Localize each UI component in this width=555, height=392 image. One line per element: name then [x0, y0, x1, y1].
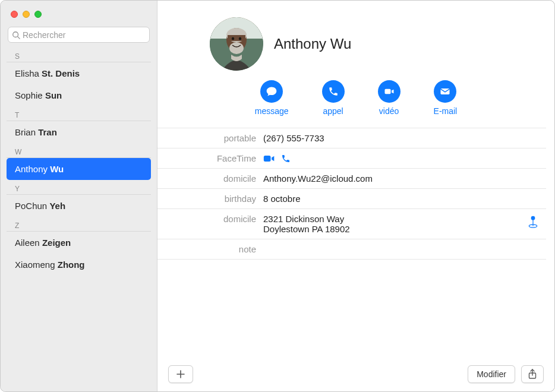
note-value[interactable] — [263, 244, 540, 254]
contact-first-name: Anthony — [15, 164, 50, 174]
address-label: domicile — [157, 214, 263, 234]
contact-last-name: Wu — [50, 164, 64, 174]
contact-name: Anthony Wu — [274, 36, 351, 52]
section-header: T — [7, 106, 151, 121]
contact-detail: Anthony Wu message appel — [157, 1, 554, 391]
svg-point-16 — [531, 216, 535, 220]
footer-toolbar: Modifier — [157, 357, 554, 391]
video-icon — [383, 86, 395, 97]
section-header: Z — [7, 217, 151, 232]
video-action[interactable]: vidéo — [378, 80, 401, 116]
facetime-audio-icon[interactable] — [281, 154, 291, 163]
video-label: vidéo — [379, 106, 399, 116]
close-window-button[interactable] — [11, 11, 18, 18]
minimize-window-button[interactable] — [23, 11, 30, 18]
avatar[interactable] — [210, 17, 263, 71]
contact-list-item[interactable]: PoChun Yeh — [7, 195, 151, 217]
email-action[interactable]: E-mail — [434, 80, 458, 116]
quick-actions: message appel vidéo — [157, 75, 554, 128]
contact-last-name: Zeigen — [42, 238, 71, 248]
phone-row: portable (267) 555-7733 — [157, 128, 546, 148]
contact-first-name: Sophie — [15, 90, 45, 100]
address-value[interactable]: 2321 Dickinson Way Doylestown PA 18902 — [263, 214, 540, 234]
svg-point-10 — [239, 37, 241, 40]
plus-icon — [176, 369, 185, 379]
phone-label: portable — [157, 133, 263, 143]
phone-value[interactable]: (267) 555-7733 — [263, 133, 540, 143]
contact-fields: portable (267) 555-7733 FaceTime domicil… — [157, 128, 554, 260]
svg-rect-7 — [228, 35, 245, 41]
message-icon — [266, 86, 278, 97]
message-label: message — [255, 106, 289, 116]
section-header: W — [7, 143, 151, 158]
contact-list-item[interactable]: Xiaomeng Zhong — [7, 254, 151, 276]
edit-button[interactable]: Modifier — [468, 365, 515, 383]
contact-last-name: Tran — [38, 127, 57, 137]
contact-first-name: Brian — [15, 127, 38, 137]
zoom-window-button[interactable] — [34, 11, 42, 18]
facetime-video-icon[interactable] — [263, 154, 275, 163]
svg-point-9 — [232, 37, 234, 40]
window-controls — [11, 11, 42, 18]
map-pin-icon[interactable] — [527, 215, 539, 228]
svg-line-1 — [18, 36, 20, 39]
share-button[interactable] — [521, 365, 544, 383]
facetime-row: FaceTime — [157, 148, 546, 168]
contact-last-name: St. Denis — [42, 68, 80, 78]
svg-rect-13 — [264, 156, 271, 162]
sidebar: SElisha St. DenisSophie SunTBrian TranWA… — [1, 1, 157, 391]
email-value[interactable]: Anthony.Wu22@icloud.com — [263, 173, 540, 184]
search-icon — [12, 31, 20, 39]
contact-list-item[interactable]: Aileen Zeigen — [7, 232, 151, 254]
call-label: appel — [323, 106, 343, 116]
section-header: Y — [7, 180, 151, 195]
share-icon — [528, 369, 537, 380]
contact-header: Anthony Wu — [157, 1, 554, 75]
add-button[interactable] — [168, 365, 193, 383]
contact-first-name: Elisha — [15, 68, 42, 78]
svg-rect-11 — [384, 89, 390, 94]
contact-list[interactable]: SElisha St. DenisSophie SunTBrian TranWA… — [1, 48, 157, 391]
contact-list-item[interactable]: Anthony Wu — [7, 158, 151, 180]
birthday-label: birthday — [157, 194, 263, 204]
contact-list-item[interactable]: Brian Tran — [7, 121, 151, 143]
birthday-row: birthday 8 octobre — [157, 188, 546, 208]
contact-first-name: Xiaomeng — [15, 260, 58, 270]
address-row: domicile 2321 Dickinson Way Doylestown P… — [157, 208, 546, 239]
facetime-label: FaceTime — [157, 153, 263, 163]
email-field-label: domicile — [157, 173, 263, 184]
contact-first-name: Aileen — [15, 238, 42, 248]
contact-last-name: Zhong — [58, 260, 85, 270]
contact-first-name: PoChun — [15, 201, 49, 211]
search-input[interactable] — [23, 30, 146, 40]
contact-last-name: Yeh — [49, 201, 65, 211]
call-action[interactable]: appel — [322, 80, 345, 116]
birthday-value: 8 octobre — [263, 194, 540, 204]
contacts-window: SElisha St. DenisSophie SunTBrian TranWA… — [0, 0, 555, 392]
email-label: E-mail — [434, 106, 458, 116]
search-field[interactable] — [8, 27, 150, 43]
edit-button-label: Modifier — [477, 369, 506, 379]
message-action[interactable]: message — [255, 80, 289, 116]
email-row: domicile Anthony.Wu22@icloud.com — [157, 168, 546, 188]
section-header: S — [7, 48, 151, 62]
email-icon — [439, 86, 451, 97]
note-row: note — [157, 239, 546, 260]
svg-point-8 — [229, 42, 244, 54]
contact-list-item[interactable]: Elisha St. Denis — [7, 62, 151, 84]
contact-last-name: Sun — [45, 90, 62, 100]
phone-icon — [328, 86, 339, 97]
contact-list-item[interactable]: Sophie Sun — [7, 84, 151, 106]
note-label: note — [157, 244, 263, 254]
